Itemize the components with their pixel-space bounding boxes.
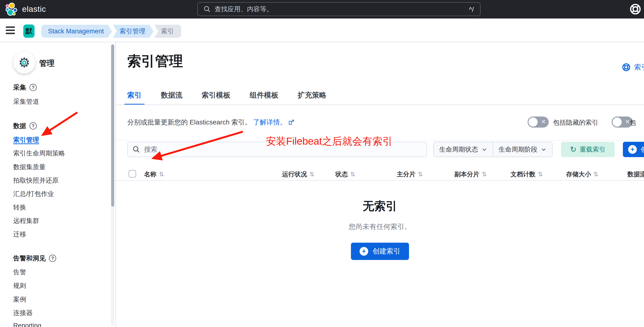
- sidebar-scrollbar-thumb[interactable]: [111, 45, 114, 207]
- second-toggle-label: 包: [630, 118, 636, 127]
- sidebar-section-data: 数据 ?: [13, 122, 37, 130]
- include-hidden-indices-toggle[interactable]: ×: [528, 117, 549, 128]
- help-lifebuoy-icon[interactable]: [629, 3, 642, 15]
- management-app-icon: ⚙: [14, 52, 35, 74]
- tab-index-templates[interactable]: 索引模板: [202, 90, 230, 105]
- global-search-bar[interactable]: ^/: [197, 2, 480, 16]
- sidebar-item-rules[interactable]: 规则: [13, 281, 26, 290]
- search-icon: [132, 146, 140, 153]
- learn-more-link[interactable]: 了解详情。: [253, 118, 286, 127]
- empty-state-subtitle: 您尚未有任何索引。: [116, 222, 644, 232]
- toggle-knob: [612, 118, 622, 127]
- table-header-divider: [116, 180, 644, 181]
- sidebar-item-snapshot-restore[interactable]: 拍取快照并还原: [13, 176, 58, 185]
- plus-circle-icon: +: [360, 247, 368, 256]
- sidebar-item-index-management[interactable]: 索引管理: [13, 136, 39, 144]
- sidebar-item-transforms[interactable]: 转换: [13, 203, 26, 211]
- management-sidebar: ⚙ 管理 采集 ? 采集管道 数据 ? 索引管理 索引生命周期策略 数据集质量 …: [0, 42, 116, 327]
- lifecycle-filter-group: 生命周期状态 生命周期阶段: [433, 142, 552, 157]
- chevron-down-icon: [482, 147, 487, 152]
- sidebar-item-connectors[interactable]: 连接器: [13, 309, 33, 317]
- sort-icon[interactable]: ⇅: [538, 171, 543, 178]
- help-question-icon[interactable]: ?: [49, 255, 56, 262]
- empty-state-title: 无索引: [116, 198, 644, 214]
- reload-indices-button[interactable]: ↻ 重载索引: [561, 142, 615, 157]
- main-content: 索引管理 索引 索引 数据流 索引模板 组件模板 扩充策略 分别或批量更新您的 …: [116, 42, 644, 327]
- toggle-knob: [528, 118, 538, 127]
- menu-hamburger-icon[interactable]: [6, 27, 15, 34]
- global-search-input[interactable]: [214, 6, 474, 13]
- refresh-icon: ↻: [570, 146, 576, 153]
- description-row: 分别或批量更新您的 Elasticsearch 索引。 了解详情。: [127, 118, 295, 127]
- help-question-icon[interactable]: ?: [30, 84, 37, 91]
- sidebar-item-reporting[interactable]: Reporting: [13, 321, 41, 327]
- search-icon: [204, 6, 211, 13]
- elastic-logo-text: elastic: [22, 4, 46, 14]
- column-header-primaries[interactable]: 主分片⇅: [397, 170, 423, 179]
- keyboard-shortcut-hint: ^/: [469, 6, 474, 14]
- top-navigation-bar: elastic ^/: [0, 0, 644, 19]
- page-title: 索引管理: [127, 52, 183, 71]
- index-search-input[interactable]: [144, 146, 422, 153]
- index-management-docs-link[interactable]: 索引: [622, 63, 644, 72]
- content-divider: [116, 140, 644, 141]
- breadcrumb-bar: 默 Stack Management 索引管理 索引: [0, 19, 644, 42]
- sort-icon[interactable]: ⇅: [418, 171, 423, 178]
- tab-enrich-policies[interactable]: 扩充策略: [298, 90, 326, 105]
- include-hidden-indices-label: 包括隐藏的索引: [553, 118, 598, 127]
- tab-data-streams[interactable]: 数据流: [161, 90, 182, 105]
- breadcrumb: Stack Management 索引管理 索引: [41, 25, 182, 38]
- select-all-checkbox[interactable]: [129, 170, 136, 178]
- sidebar-item-rollup-jobs[interactable]: 汇总/打包作业: [13, 190, 54, 198]
- sidebar-item-ilm-policies[interactable]: 索引生命周期策略: [13, 149, 65, 157]
- index-management-page: elastic ^/ 默 Stack Management: [0, 0, 644, 327]
- chevron-down-icon: [541, 147, 546, 152]
- breadcrumb-indices-current: 索引: [154, 25, 181, 38]
- sidebar-item-cases[interactable]: 案例: [13, 295, 26, 303]
- gear-center-dot: [22, 61, 26, 65]
- lifebuoy-icon: [622, 63, 631, 72]
- column-header-storage-size[interactable]: 存储大小⇅: [566, 170, 598, 179]
- create-index-button[interactable]: + 创建索引: [351, 243, 409, 260]
- breadcrumb-stack-management[interactable]: Stack Management: [41, 25, 112, 38]
- index-management-tabs: 索引 数据流 索引模板 组件模板 扩充策略: [127, 90, 326, 105]
- lifecycle-phase-filter[interactable]: 生命周期阶段: [493, 142, 552, 157]
- tabs-divider: [116, 105, 644, 105]
- sidebar-item-dataset-quality[interactable]: 数据集质量: [13, 163, 46, 171]
- sort-icon[interactable]: ⇅: [159, 171, 164, 178]
- sort-icon[interactable]: ⇅: [593, 171, 598, 178]
- sidebar-item-ingest-pipelines[interactable]: 采集管道: [13, 98, 39, 106]
- index-search-box[interactable]: [127, 142, 427, 157]
- tab-component-templates[interactable]: 组件模板: [250, 90, 278, 105]
- sidebar-item-remote-clusters[interactable]: 远程集群: [13, 217, 39, 225]
- sort-icon[interactable]: ⇅: [350, 171, 355, 178]
- toggle-off-x-icon: ×: [541, 118, 546, 126]
- indices-table-header: 名称⇅ 运行状况⇅ 状态⇅ 主分片⇅ 副本分片⇅ 文档计数⇅ 存储大小⇅ 数据流…: [116, 168, 644, 180]
- column-header-name[interactable]: 名称⇅: [144, 170, 164, 179]
- column-header-data-stream[interactable]: 数据流⇅: [628, 170, 644, 179]
- breadcrumb-index-management[interactable]: 索引管理: [113, 25, 154, 38]
- column-header-status[interactable]: 状态⇅: [335, 170, 355, 179]
- description-text: 分别或批量更新您的 Elasticsearch 索引。: [127, 118, 252, 127]
- help-question-icon[interactable]: ?: [30, 122, 37, 130]
- create-index-toolbar-button[interactable]: + 创建索引: [623, 142, 644, 157]
- sidebar-title: 管理: [39, 58, 54, 69]
- plus-circle-icon: +: [628, 145, 637, 154]
- space-badge[interactable]: 默: [23, 25, 34, 38]
- column-header-health[interactable]: 运行状况⇅: [282, 170, 314, 179]
- sort-icon[interactable]: ⇅: [482, 171, 487, 178]
- sidebar-item-migrate[interactable]: 迁移: [13, 230, 26, 238]
- column-header-replicas[interactable]: 副本分片⇅: [454, 170, 487, 179]
- external-link-icon: [288, 119, 295, 126]
- column-header-docs-count[interactable]: 文档计数⇅: [510, 170, 543, 179]
- elastic-logo-icon[interactable]: [5, 3, 18, 16]
- sidebar-section-alerts-insights: 告警和洞见 ?: [13, 254, 56, 262]
- toggle-off-x-icon: ×: [625, 118, 630, 126]
- sort-icon[interactable]: ⇅: [310, 171, 314, 178]
- sidebar-section-ingest: 采集 ?: [13, 83, 37, 92]
- lifecycle-status-filter[interactable]: 生命周期状态: [434, 142, 493, 157]
- sidebar-item-alerts[interactable]: 告警: [13, 268, 26, 276]
- tab-indices[interactable]: 索引: [127, 90, 142, 105]
